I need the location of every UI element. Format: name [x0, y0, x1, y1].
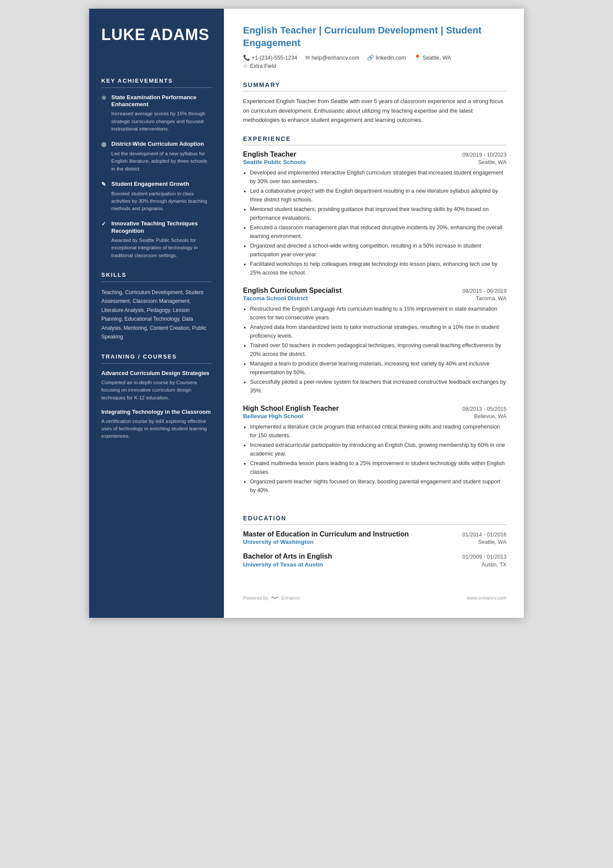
phone-icon: 📞 — [243, 54, 250, 61]
skills-section-title: SKILLS — [101, 271, 212, 278]
exp-org-row: Tacoma School District Tacoma, WA — [243, 295, 506, 302]
exp-bullets: Developed and implemented interactive En… — [243, 168, 506, 277]
achievement-title: ◎ District-Wide Curriculum Adoption — [101, 141, 212, 148]
bullet-item: Created multimedia lesson plans leading … — [250, 459, 506, 476]
extra-contact: ☆ Extra Field — [243, 63, 276, 69]
achievement-item: ✎ Student Engagement Growth Boosted stud… — [101, 181, 212, 213]
achievement-title: ☆ State Examination Performance Enhancem… — [101, 94, 212, 109]
pencil-icon: ✎ — [101, 181, 108, 188]
training-item: Integrating Technology in the Classroom … — [101, 409, 212, 440]
exp-header: English Teacher 09/2019 - 10/2023 — [243, 151, 506, 158]
exp-location: Bellevue, WA — [474, 413, 506, 419]
linkedin-value: linkedin.com — [376, 55, 406, 61]
extra-contact-row: ☆ Extra Field — [243, 63, 506, 69]
bullet-item: Trained over 50 teachers in modern pedag… — [250, 341, 506, 359]
exp-org: Bellevue High School — [243, 413, 303, 419]
footer-left: Powered by Enhancv — [243, 595, 300, 600]
edu-degree: Master of Education in Curriculum and In… — [243, 530, 409, 539]
exp-bullets: Implemented a literature circle program … — [243, 422, 506, 495]
training-desc: Completed an in-depth course by Coursera… — [101, 379, 212, 402]
edu-org-row: University of Washington Seattle, WA — [243, 539, 506, 545]
sidebar: LUKE ADAMS KEY ACHIEVEMENTS ☆ State Exam… — [89, 9, 224, 618]
exp-dates: 08/2013 - 05/2015 — [463, 406, 506, 412]
exp-location: Tacoma, WA — [476, 295, 506, 302]
skills-divider — [101, 282, 212, 282]
bullet-item: Restructured the English Language Arts c… — [250, 305, 506, 322]
bullet-item: Implemented a literature circle program … — [250, 422, 506, 440]
check-icon: ✓ — [101, 221, 108, 228]
edu-org: University of Texas at Austin — [243, 561, 323, 568]
skills-text: Teaching, Curriculum Development, Studen… — [101, 288, 212, 341]
location-icon: 📍 — [414, 54, 421, 61]
bullet-item: Analyzed data from standardized tests to… — [250, 323, 506, 340]
main-header-title: English Teacher | Curriculum Development… — [243, 24, 506, 49]
bullet-item: Developed and implemented interactive En… — [250, 168, 506, 186]
edu-dates: 01/2014 - 01/2016 — [463, 532, 506, 538]
website-url: www.enhancv.com — [467, 595, 506, 600]
edu-org: University of Washington — [243, 539, 313, 545]
summary-text: Experienced English Teacher from Seattle… — [243, 97, 506, 124]
edu-header: Bachelor of Arts in English 01/2009 - 01… — [243, 552, 506, 561]
exp-bullets: Restructured the English Language Arts c… — [243, 305, 506, 395]
email-value: help@enhancv.com — [312, 55, 360, 61]
achievement-item: ✓ Innovative Teaching Techniques Recogni… — [101, 220, 212, 259]
experience-item: English Teacher 09/2019 - 10/2023 Seattl… — [243, 151, 506, 278]
experience-item: High School English Teacher 08/2013 - 05… — [243, 405, 506, 496]
education-section-title: EDUCATION — [243, 515, 506, 522]
bullet-item: Successfully piloted a peer-review syste… — [250, 378, 506, 395]
exp-header: High School English Teacher 08/2013 - 05… — [243, 405, 506, 412]
experience-section-title: EXPERIENCE — [243, 135, 506, 142]
contact-row: 📞 +1-(234)-555-1234 ✉ help@enhancv.com 🔗… — [243, 54, 506, 61]
phone-value: +1-(234)-555-1234 — [252, 55, 297, 61]
achievements-divider — [101, 87, 212, 88]
achievement-item: ☆ State Examination Performance Enhancem… — [101, 94, 212, 133]
exp-dates: 09/2019 - 10/2023 — [463, 152, 506, 158]
summary-divider — [243, 91, 506, 91]
candidate-name: LUKE ADAMS — [101, 26, 212, 44]
footer-right: www.enhancv.com — [467, 595, 506, 600]
bullet-item: Executed a classroom management plan tha… — [250, 223, 506, 241]
bullet-item: Managed a team to produce diverse learni… — [250, 359, 506, 377]
experience-item: English Curriculum Specialist 08/2015 - … — [243, 287, 506, 396]
exp-org-row: Seattle Public Schools Seattle, WA — [243, 159, 506, 165]
exp-title: English Teacher — [243, 151, 296, 158]
achievements-section-title: KEY ACHIEVEMENTS — [101, 77, 212, 84]
training-divider — [101, 363, 212, 364]
link-icon: 🔗 — [367, 54, 374, 61]
edu-location: Seattle, WA — [478, 539, 506, 545]
linkedin-contact: 🔗 linkedin.com — [367, 54, 406, 61]
powered-by-text: Powered by — [243, 595, 268, 600]
achievement-title: ✎ Student Engagement Growth — [101, 181, 212, 188]
edu-org-row: University of Texas at Austin Austin, TX — [243, 561, 506, 568]
training-title: Advanced Curriculum Design Strategies — [101, 370, 212, 377]
exp-header: English Curriculum Specialist 08/2015 - … — [243, 287, 506, 295]
achievement-title: ✓ Innovative Teaching Techniques Recogni… — [101, 220, 212, 235]
exp-org: Seattle Public Schools — [243, 159, 306, 165]
bullet-item: Increased extracurricular participation … — [250, 441, 506, 458]
training-title: Integrating Technology in the Classroom — [101, 409, 212, 416]
exp-org: Tacoma School District — [243, 295, 308, 302]
education-item: Master of Education in Curriculum and In… — [243, 530, 506, 546]
bullet-item: Led a collaborative project with the Eng… — [250, 187, 506, 204]
footer: Powered by Enhancv www.enhancv.com — [243, 587, 506, 600]
achievement-item: ◎ District-Wide Curriculum Adoption Led … — [101, 141, 212, 173]
training-item: Advanced Curriculum Design Strategies Co… — [101, 370, 212, 402]
bullet-item: Facilitated workshops to help colleagues… — [250, 260, 506, 277]
summary-section-title: SUMMARY — [243, 81, 506, 88]
exp-title: High School English Teacher — [243, 405, 339, 412]
bullet-item: Organized parent-teacher nights focused … — [250, 477, 506, 495]
bullet-item: Mentored student teachers, providing gui… — [250, 205, 506, 222]
location-value: Seattle, WA — [423, 55, 451, 61]
location-contact: 📍 Seattle, WA — [414, 54, 451, 61]
email-contact: ✉ help@enhancv.com — [305, 54, 360, 61]
exp-org-row: Bellevue High School Bellevue, WA — [243, 413, 506, 419]
extra-value: Extra Field — [250, 63, 276, 69]
star-icon: ☆ — [101, 94, 108, 102]
training-list: Advanced Curriculum Design Strategies Co… — [101, 370, 212, 440]
resume-container: LUKE ADAMS KEY ACHIEVEMENTS ☆ State Exam… — [89, 9, 524, 618]
achievement-desc: Awarded by Seattle Public Schools for ex… — [101, 237, 212, 259]
phone-contact: 📞 +1-(234)-555-1234 — [243, 54, 297, 61]
achievement-desc: Led the development of a new syllabus fo… — [101, 150, 212, 173]
bullet-item: Organized and directed a school-wide wri… — [250, 241, 506, 259]
education-divider — [243, 524, 506, 525]
